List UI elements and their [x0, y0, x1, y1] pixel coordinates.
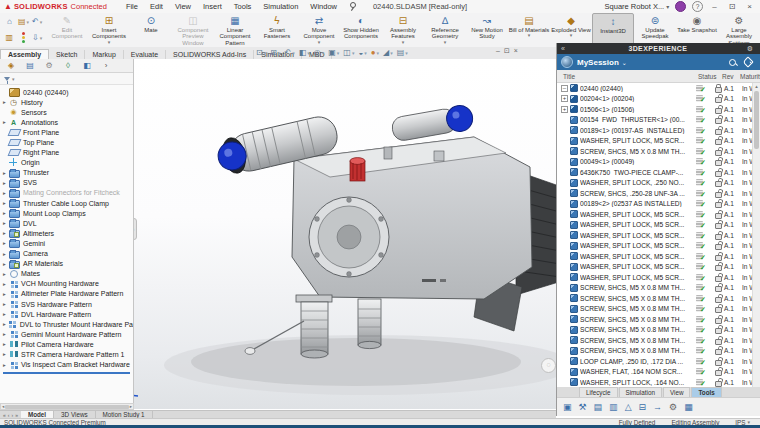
ribbon-button[interactable]: Linear Component Pattern ▾ [214, 13, 256, 47]
dropdown-caret[interactable]: ▾ [570, 33, 573, 37]
ribbon-button[interactable]: Mate ▾ [130, 13, 172, 47]
ribbon-button[interactable]: New Motion Study ▾ [466, 13, 508, 47]
scrollbar-thumb[interactable] [5, 405, 128, 409]
panel-tab[interactable]: Lifecycle [579, 387, 618, 397]
panel-tool-icon[interactable] [638, 402, 648, 412]
component-row[interactable]: SCREW, SHCS, M5 X 0.8 MM TH... A.1 In W [557, 146, 760, 157]
hud-icon[interactable] [383, 48, 393, 57]
component-row[interactable]: 01506<1> (01506) A.1 In W [557, 104, 760, 115]
ribbon-button[interactable]: Large Assembly Settings ▾ [718, 13, 760, 47]
feature-tree-item[interactable]: ▸ Mates [0, 269, 133, 279]
component-row[interactable]: 00189<2> (02537 AS INSTALLED) A.1 In W [557, 199, 760, 210]
component-row[interactable]: WASHER, SPLIT LOCK, M5 SCR... A.1 In W [557, 230, 760, 241]
feature-tree-item[interactable]: ▸ VCH Mounting Hardware [0, 279, 133, 289]
component-row[interactable]: 02440 (02440) A.1 In W [557, 83, 760, 94]
component-row[interactable]: WASHER, SPLIT LOCK, M5 SCR... A.1 In W [557, 272, 760, 283]
dropdown-caret[interactable]: ▾ [444, 40, 447, 44]
chevron-down-icon[interactable]: ⌄ [622, 59, 627, 66]
vertical-scrollbar[interactable]: ▴ [752, 83, 760, 387]
feature-manager-tab[interactable] [97, 60, 115, 71]
feature-tree-item[interactable]: ▸ Altimeter Plate Hardware Pattern [0, 289, 133, 299]
menu-item[interactable]: File [121, 2, 143, 11]
tab-nav-arrow-icon[interactable]: ‹ [8, 412, 10, 418]
column-status[interactable]: Status [698, 73, 722, 80]
ribbon-button[interactable]: Component Preview Window ▾ [172, 13, 214, 47]
tree-filter[interactable]: ▾ [0, 73, 133, 85]
panel-tab[interactable]: Simulation [619, 387, 662, 397]
hud-icon[interactable] [284, 48, 294, 57]
component-row[interactable]: SCREW, SHCS, M5 X 0.8 MM TH... A.1 In W [557, 314, 760, 325]
feature-tree-item[interactable]: ▸ Annotations [0, 117, 133, 127]
feature-tree-item[interactable]: ▸ Top Plane [0, 137, 133, 147]
expand-toggle[interactable] [561, 95, 568, 102]
ribbon-button[interactable]: Move Component ▾ [298, 13, 340, 47]
component-row[interactable]: SCREW, SHCS, M5 X 0.8 MM TH... A.1 In W [557, 304, 760, 315]
dropdown-caret[interactable]: ▾ [108, 40, 111, 44]
feature-tree-item[interactable]: ▸ Altimeters [0, 228, 133, 238]
dropdown-caret[interactable]: ▾ [318, 40, 321, 44]
tab-nav-arrow-icon[interactable]: » [15, 412, 18, 418]
component-row[interactable]: SCREW, SHCS, M5 X 0.8 MM TH... A.1 In W [557, 325, 760, 336]
panel-tool-icon[interactable] [624, 402, 633, 412]
home-icon[interactable] [7, 17, 13, 26]
column-maturity[interactable]: Maturity [740, 73, 760, 80]
component-row[interactable]: LOOP CLAMP, .250 ID, .172 DIA ... A.1 In… [557, 356, 760, 367]
rollback-bar[interactable] [3, 372, 130, 374]
chat-widget-icon[interactable]: ◌ [541, 358, 556, 373]
share-icon[interactable] [32, 33, 42, 42]
feature-manager-tab[interactable] [59, 60, 77, 71]
feature-manager-tab[interactable] [21, 60, 39, 71]
undo-icon[interactable] [32, 17, 42, 26]
feature-tree-item[interactable]: ▸ Origin [0, 158, 133, 168]
ribbon-button[interactable]: Show Hidden Components ▾ [340, 13, 382, 47]
component-row[interactable]: WASHER, SPLIT LOCK, .250 NO... A.1 In W [557, 178, 760, 189]
component-row[interactable]: 00204<1> (00204) A.1 In W [557, 94, 760, 105]
assembly-model[interactable] [134, 59, 556, 409]
hud-icon[interactable] [371, 48, 379, 57]
ribbon-button[interactable]: Reference Geometry ▾ [424, 13, 466, 47]
feature-manager-tab[interactable] [78, 60, 96, 71]
hud-icon[interactable] [358, 48, 366, 57]
ribbon-button[interactable]: Insert Components ▾ [88, 13, 130, 47]
hud-icon[interactable] [299, 48, 310, 57]
feature-manager-tab[interactable] [2, 60, 20, 71]
ribbon-tab[interactable]: SOLIDWORKS Add-Ins [166, 50, 254, 59]
panel-tool-icon[interactable] [608, 402, 619, 412]
panel-tab[interactable]: Tools [691, 387, 721, 397]
scrollbar-thumb[interactable] [754, 91, 759, 149]
ribbon-button[interactable]: Update Speedpak ▾ [634, 13, 676, 47]
ribbon-button[interactable]: Smart Fasteners ▾ [256, 13, 298, 47]
panel-tab[interactable]: View [663, 387, 691, 397]
new-document-icon[interactable] [18, 17, 29, 26]
feature-manager-tab[interactable] [40, 60, 58, 71]
ribbon-button[interactable]: Instant3D ▾ [592, 13, 634, 47]
component-row[interactable]: 00189<1> (00197-AS_INSTALLED) A.1 In W [557, 125, 760, 136]
menu-item[interactable]: View [170, 2, 196, 11]
lifecycle-status-icon[interactable] [22, 32, 25, 43]
feature-tree-item[interactable]: ▸ SVS Hardware Pattern [0, 299, 133, 309]
panel-tool-icon[interactable] [683, 402, 694, 412]
component-row[interactable]: WASHER, SPLIT LOCK, .164 NO... A.1 In W [557, 377, 760, 387]
scroll-up-icon[interactable]: ▴ [753, 83, 760, 89]
close-button[interactable]: × [744, 2, 755, 11]
doc-minimize-icon[interactable]: – [496, 47, 500, 55]
feature-tree-item[interactable]: ▸ DVL to Thruster Mount Hardware Pa [0, 319, 133, 329]
component-row[interactable]: WASHER, SPLIT LOCK, M5 SCR... A.1 In W [557, 262, 760, 273]
ribbon-tab[interactable]: Evaluate [124, 50, 166, 59]
ribbon-button[interactable]: Bill of Materials ▾ [508, 13, 550, 47]
hud-icon[interactable] [270, 48, 280, 57]
feature-tree-item[interactable]: ▸ DVL Hardware Pattern [0, 309, 133, 319]
feature-tree-item[interactable]: ▸ SVS [0, 178, 133, 188]
menu-item[interactable]: Tools [229, 2, 257, 11]
panel-tool-icon[interactable] [562, 402, 573, 412]
feature-tree-item[interactable]: ▸ STR Camera Hardware Pattern 1 [0, 349, 133, 359]
open-document-icon[interactable] [6, 33, 15, 42]
panel-pin-icon[interactable] [756, 45, 760, 52]
account-menu[interactable]: Square Robot X... [605, 2, 670, 11]
feature-tree-item[interactable]: ▸ Pilot Camera Hardware [0, 339, 133, 349]
component-row[interactable]: 00154_FWD_THRUSTER<1> (00... A.1 In W [557, 115, 760, 126]
graphics-viewport[interactable] [134, 59, 556, 409]
feature-tree-item[interactable]: ▸ Mating Connectors for Fitcheck [0, 188, 133, 198]
panel-tool-icon[interactable] [578, 402, 588, 412]
component-row[interactable]: 6436K750_TWO-PIECE CLAMP-... A.1 In W [557, 167, 760, 178]
